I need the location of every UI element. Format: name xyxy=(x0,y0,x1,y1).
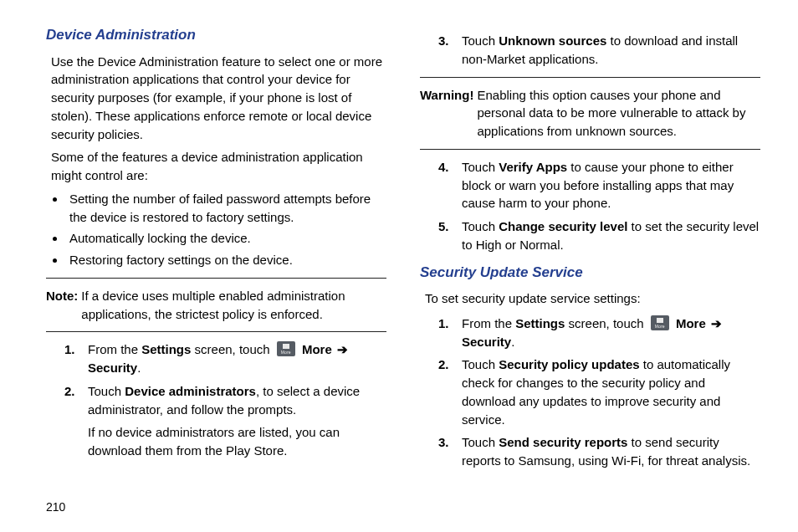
steps-list-a: From the Settings screen, touch More ➔ S… xyxy=(64,340,386,460)
bullet-item: Setting the number of failed password at… xyxy=(66,190,386,227)
step-3: Touch Unknown sources to download and in… xyxy=(438,32,760,69)
text: From the xyxy=(462,316,515,330)
steps-list-b: From the Settings screen, touch More ➔ S… xyxy=(438,315,760,470)
bold-sec-policy-updates: Security policy updates xyxy=(499,357,639,371)
left-column: Device Administration Use the Device Adm… xyxy=(46,25,386,478)
divider xyxy=(46,331,386,332)
step-4: Touch Verify Apps to cause your phone to… xyxy=(438,158,760,212)
b-step-1: From the Settings screen, touch More ➔ S… xyxy=(438,315,760,351)
text: . xyxy=(137,361,141,375)
text: screen, touch xyxy=(565,316,647,330)
steps-list-a-cont2: Touch Verify Apps to cause your phone to… xyxy=(438,158,760,254)
more-icon xyxy=(277,341,295,356)
bold-send-sec-reports: Send security reports xyxy=(499,435,627,449)
divider xyxy=(420,149,760,150)
b-step-3: Touch Send security reports to send secu… xyxy=(438,433,760,470)
text: Touch xyxy=(462,219,499,233)
text: . xyxy=(511,335,514,349)
divider xyxy=(420,77,760,78)
text: Touch xyxy=(88,384,125,398)
bold-settings: Settings xyxy=(515,316,565,330)
step-1: From the Settings screen, touch More ➔ S… xyxy=(64,340,386,377)
bold-verify-apps: Verify Apps xyxy=(499,160,567,174)
note-body: If a device uses multiple enabled admini… xyxy=(81,287,386,324)
section-heading-security-update: Security Update Service xyxy=(420,263,760,284)
paragraph: Use the Device Administration feature to… xyxy=(51,53,386,144)
bold-more: More xyxy=(676,316,706,330)
bold-unknown-sources: Unknown sources xyxy=(499,33,606,48)
bold-more: More xyxy=(302,342,332,356)
page-number: 210 xyxy=(46,499,65,515)
bold-security: Security xyxy=(88,361,137,375)
text: Touch xyxy=(462,357,499,371)
text: Touch xyxy=(462,160,499,174)
divider xyxy=(46,278,386,279)
b-step-2: Touch Security policy updates to automat… xyxy=(438,356,760,428)
bullet-item: Restoring factory settings on the device… xyxy=(66,251,386,269)
bold-settings: Settings xyxy=(141,342,191,356)
bullet-item: Automatically locking the device. xyxy=(66,229,386,248)
paragraph: Some of the features a device administra… xyxy=(51,148,386,185)
right-column: Touch Unknown sources to download and in… xyxy=(420,25,760,478)
bold-device-admins: Device administrators xyxy=(125,384,256,398)
text: From the xyxy=(88,342,141,356)
section-heading-device-admin: Device Administration xyxy=(46,25,386,46)
step-2: Touch Device administrators, to select a… xyxy=(64,382,386,460)
warning-body: Enabling this option causes your phone a… xyxy=(477,86,760,141)
feature-bullets: Setting the number of failed password at… xyxy=(66,190,386,269)
warning-label: Warning! xyxy=(420,86,473,141)
step-5: Touch Change security level to set the s… xyxy=(438,217,760,254)
text: Touch xyxy=(462,33,499,48)
step-2-sub: If no device administrators are listed, … xyxy=(88,423,386,460)
arrow-icon: ➔ xyxy=(711,316,722,330)
note-block: Note: If a device uses multiple enabled … xyxy=(46,287,386,324)
steps-list-a-cont: Touch Unknown sources to download and in… xyxy=(438,32,760,69)
warning-block: Warning! Enabling this option causes you… xyxy=(420,86,760,141)
more-icon xyxy=(651,315,669,330)
bold-change-sec-level: Change security level xyxy=(499,219,627,233)
text: Touch xyxy=(462,435,499,449)
paragraph: To set security update service settings: xyxy=(425,289,760,308)
note-label: Note: xyxy=(46,287,78,324)
two-column-layout: Device Administration Use the Device Adm… xyxy=(46,25,760,478)
text: screen, touch xyxy=(191,342,273,356)
bold-security: Security xyxy=(462,335,511,349)
arrow-icon: ➔ xyxy=(337,342,348,356)
